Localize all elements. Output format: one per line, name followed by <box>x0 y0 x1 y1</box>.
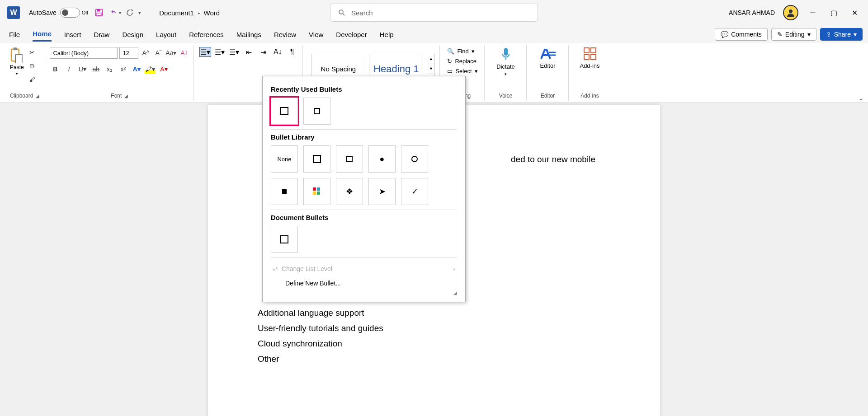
svg-rect-20 <box>317 192 320 195</box>
bullet-doc-square[interactable] <box>271 226 298 253</box>
doc-line-2: User-friendly tutorials and guides <box>258 323 610 333</box>
bullet-lib-check[interactable]: ✓ <box>401 178 428 205</box>
bullet-lib-square-small[interactable] <box>336 145 363 173</box>
replace-button[interactable]: ↻ Replace <box>445 57 479 65</box>
clipboard-launcher[interactable]: ◢ <box>36 93 39 98</box>
tab-home[interactable]: Home <box>33 27 52 42</box>
qat-more[interactable]: ▾ <box>138 10 141 16</box>
bullet-none[interactable]: None <box>271 145 298 173</box>
addins-label: Add-ins <box>580 93 599 99</box>
svg-rect-15 <box>584 55 589 60</box>
search-icon <box>338 9 346 17</box>
tab-insert[interactable]: Insert <box>64 28 81 41</box>
svg-rect-18 <box>317 187 320 191</box>
bullets-button[interactable]: ☰▾ <box>199 47 211 57</box>
svg-point-3 <box>339 10 343 14</box>
svg-rect-17 <box>313 187 316 191</box>
tab-references[interactable]: References <box>189 28 224 41</box>
tab-layout[interactable]: Layout <box>156 28 176 41</box>
tab-mailings[interactable]: Mailings <box>236 28 261 41</box>
tab-file[interactable]: File <box>9 28 20 41</box>
bullet-lib-square[interactable] <box>303 145 330 173</box>
svg-point-5 <box>789 9 793 13</box>
group-addins: Add-ins Add-ins <box>570 45 610 101</box>
increase-font-button[interactable]: A^ <box>140 48 151 58</box>
editor-label: Editor <box>541 93 555 99</box>
multilevel-button[interactable]: ☰▾ <box>228 47 240 57</box>
subscript-button[interactable]: x₂ <box>104 64 115 74</box>
superscript-button[interactable]: x² <box>118 64 128 74</box>
editor-button[interactable]: Editor <box>532 47 564 69</box>
user-avatar[interactable] <box>783 5 798 20</box>
bullet-lib-filled-square[interactable] <box>271 178 298 205</box>
redo-button[interactable] <box>126 9 134 17</box>
paste-button[interactable]: Paste▾ <box>10 47 24 76</box>
undo-button[interactable]: ▾ <box>110 9 121 17</box>
addins-icon <box>583 47 597 61</box>
font-color-button[interactable]: A▾ <box>158 64 169 74</box>
addins-button[interactable]: Add-ins <box>574 47 606 69</box>
tab-design[interactable]: Design <box>122 28 143 41</box>
bullet-lib-circle[interactable] <box>401 145 428 173</box>
underline-button[interactable]: U▾ <box>77 64 88 74</box>
tab-review[interactable]: Review <box>274 28 296 41</box>
change-case-button[interactable]: Aa▾ <box>165 48 176 58</box>
svg-rect-2 <box>97 13 101 16</box>
decrease-font-button[interactable]: Aˇ <box>153 48 164 58</box>
decrease-indent-button[interactable]: ⇤ <box>243 47 255 57</box>
bold-button[interactable]: B <box>50 64 61 74</box>
svg-rect-7 <box>14 47 17 50</box>
highlight-button[interactable]: 🖍▾ <box>145 64 156 74</box>
text-effects-button[interactable]: A▾ <box>131 64 142 74</box>
bullet-recent-square-1[interactable] <box>271 98 298 125</box>
comments-button[interactable]: 💬 Comments <box>715 28 768 41</box>
tab-view[interactable]: View <box>309 28 323 41</box>
document-bullets-header: Document Bullets <box>271 214 457 221</box>
bullet-recent-square-2[interactable] <box>303 98 330 125</box>
document-title: Document1 - Word <box>159 9 220 17</box>
user-name[interactable]: ANSAR AHMAD <box>729 9 775 16</box>
bullet-lib-4color[interactable] <box>303 178 330 205</box>
editing-mode-button[interactable]: ✎ Editing ▾ <box>771 28 816 41</box>
save-icon[interactable] <box>94 8 104 17</box>
bullet-lib-diamond[interactable]: ❖ <box>336 178 363 205</box>
doc-line-4: Other <box>258 354 610 364</box>
share-button[interactable]: ⇪ Share ▾ <box>820 28 863 41</box>
maximize-button[interactable]: ▢ <box>827 6 840 19</box>
svg-rect-8 <box>16 55 22 63</box>
copy-button[interactable]: ⧉ <box>27 61 38 71</box>
tab-help[interactable]: Help <box>380 28 394 41</box>
font-label: Font <box>111 93 122 99</box>
format-painter-button[interactable]: 🖌 <box>27 74 38 85</box>
svg-rect-16 <box>591 55 596 60</box>
minimize-button[interactable]: ─ <box>807 6 819 19</box>
select-button[interactable]: ▭ Select ▾ <box>445 67 479 75</box>
search-placeholder: Search <box>351 9 373 17</box>
group-clipboard: Paste▾ ✂ ⧉ 🖌 Clipboard◢ <box>5 45 44 101</box>
svg-rect-14 <box>591 48 596 53</box>
show-marks-button[interactable]: ¶ <box>286 47 298 57</box>
increase-indent-button[interactable]: ⇥ <box>257 47 269 57</box>
strikethrough-button[interactable]: ab <box>90 64 101 74</box>
define-new-bullet[interactable]: Define New Bullet... <box>271 276 457 290</box>
sort-button[interactable]: A↓ <box>272 47 283 57</box>
find-button[interactable]: 🔍 Find ▾ <box>445 47 479 56</box>
group-editor: Editor Editor <box>528 45 569 101</box>
group-voice: Dictate▾ Voice <box>486 45 527 101</box>
numbering-button[interactable]: ☰▾ <box>214 47 226 57</box>
collapse-ribbon-button[interactable]: ⌄ <box>859 95 863 102</box>
font-launcher[interactable]: ◢ <box>124 93 128 98</box>
autosave-toggle[interactable] <box>60 8 80 18</box>
bullet-lib-arrow[interactable]: ➤ <box>368 178 396 205</box>
search-input[interactable]: Search <box>330 4 538 22</box>
italic-button[interactable]: I <box>63 64 74 74</box>
clear-formatting-button[interactable]: A⃠ <box>178 48 189 58</box>
bullet-lib-disc[interactable]: ● <box>368 145 396 173</box>
tab-draw[interactable]: Draw <box>94 28 109 41</box>
tab-developer[interactable]: Developer <box>336 28 367 41</box>
cut-button[interactable]: ✂ <box>27 47 38 58</box>
close-button[interactable]: ✕ <box>848 6 861 19</box>
font-name-select[interactable] <box>50 47 118 59</box>
font-size-select[interactable] <box>119 47 138 59</box>
dictate-button[interactable]: Dictate▾ <box>490 47 522 76</box>
